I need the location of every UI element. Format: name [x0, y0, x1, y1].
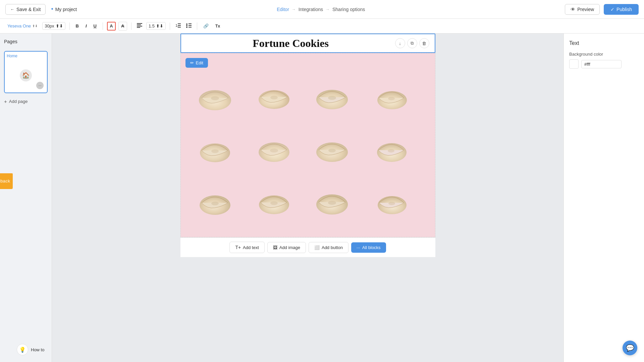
svg-point-29: [388, 149, 394, 153]
add-image-label: Add image: [279, 245, 300, 250]
page-more-button[interactable]: ···: [36, 82, 44, 89]
text-color2-button[interactable]: A: [118, 22, 127, 31]
how-to-area[interactable]: 💡 How to: [17, 344, 44, 355]
underline-button[interactable]: U: [92, 22, 99, 30]
add-image-button[interactable]: 🖼 Add image: [267, 242, 306, 253]
cookie-cell-8: [366, 122, 425, 175]
color-swatch[interactable]: [569, 59, 579, 69]
nav-center: Editor → Integrations → Sharing options: [82, 7, 559, 12]
text-color-button[interactable]: A: [107, 22, 116, 31]
fortune-cookie-7: [315, 132, 359, 165]
align-icon: [137, 23, 142, 28]
svg-rect-11: [189, 23, 192, 24]
add-text-label: Add text: [243, 245, 259, 250]
line-height-label: 1.5: [149, 23, 155, 28]
check-icon: ✓: [610, 7, 614, 12]
svg-point-9: [186, 25, 187, 26]
all-blocks-button[interactable]: ··· All blocks: [351, 242, 386, 253]
lh-arrows-icon: ⬆⬇: [156, 23, 163, 28]
add-text-button[interactable]: T+ Add text: [229, 242, 264, 253]
chat-icon: 💬: [626, 344, 634, 352]
svg-rect-5: [178, 23, 181, 24]
title-block[interactable]: Fortune Cookies ↓ ⧉ 🗑: [180, 34, 435, 53]
sharing-link[interactable]: Sharing options: [332, 7, 365, 12]
fortune-cookie-1: [198, 79, 242, 113]
panel-title: Text: [569, 40, 639, 46]
cookie-cell-9: [191, 175, 250, 227]
chat-bubble-button[interactable]: 💬: [623, 341, 637, 355]
dots-icon: ···: [357, 245, 360, 250]
move-down-button[interactable]: ↓: [395, 38, 405, 48]
svg-rect-3: [137, 27, 140, 28]
home-page-thumb[interactable]: Home 🏠 ···: [4, 51, 48, 93]
svg-rect-0: [137, 23, 142, 24]
align-button[interactable]: [136, 22, 144, 30]
fortune-cookie-4: [374, 79, 417, 113]
preview-button[interactable]: 👁 Preview: [565, 4, 600, 15]
cookie-cell-6: [249, 122, 308, 175]
svg-point-33: [270, 201, 278, 205]
svg-point-23: [211, 149, 219, 153]
unordered-list-button[interactable]: [185, 22, 193, 30]
svg-rect-7: [178, 27, 181, 27]
editor-link[interactable]: Editor: [277, 7, 289, 12]
page-title[interactable]: Fortune Cookies: [186, 37, 395, 50]
image-icon: 🖼: [273, 245, 277, 250]
title-actions: ↓ ⧉ 🗑: [395, 38, 429, 48]
svg-point-25: [270, 148, 278, 153]
svg-point-17: [270, 96, 278, 100]
save-exit-button[interactable]: ← Save & Exit: [5, 4, 46, 15]
home-label: Home: [7, 54, 45, 58]
text-color-label: A: [110, 23, 113, 28]
font-size-select[interactable]: 30px ⬆⬇: [42, 22, 65, 30]
svg-point-10: [186, 27, 187, 28]
more-format-button[interactable]: Tx: [213, 22, 222, 30]
how-to-label: How to: [31, 347, 44, 352]
sidebar: Pages Home 🏠 ··· + Add page: [0, 34, 52, 362]
feedback-tab[interactable]: Feedback: [0, 173, 13, 189]
add-button-label: Add button: [322, 245, 343, 250]
integrations-link[interactable]: Integrations: [299, 7, 323, 12]
preview-label: Preview: [577, 7, 594, 12]
cookie-cell-2: [249, 70, 308, 122]
link-button[interactable]: 🔗: [201, 22, 211, 30]
delete-button[interactable]: 🗑: [419, 38, 429, 48]
add-button-button[interactable]: ⬜ Add button: [309, 242, 348, 253]
cookie-cell-5: [191, 122, 250, 175]
fortune-cookie-5: [198, 132, 242, 165]
unordered-list-icon: [186, 23, 192, 28]
line-height-select[interactable]: 1.5 ⬆⬇: [146, 22, 166, 30]
publish-button[interactable]: ✓ Publish: [604, 4, 639, 15]
duplicate-button[interactable]: ⧉: [407, 38, 417, 48]
cookie-cell-7: [308, 122, 367, 175]
bg-color-label: Background color: [569, 52, 639, 57]
edit-image-button[interactable]: ✏ Edit: [185, 58, 208, 68]
canvas-wrapper: Fortune Cookies ↓ ⧉ 🗑 ✏ Edit: [180, 34, 435, 257]
project-name: • My project: [51, 6, 77, 13]
divider-2: [103, 22, 103, 30]
svg-point-19: [328, 96, 336, 100]
edit-label: Edit: [196, 60, 203, 65]
ordered-list-icon: 1.: [175, 23, 181, 28]
cookie-cell-1: [191, 70, 250, 122]
svg-point-35: [328, 201, 336, 205]
svg-point-21: [388, 97, 395, 100]
fortune-cookie-10: [257, 184, 300, 218]
nav-arrow-2: →: [326, 7, 330, 12]
canvas-area: Fortune Cookies ↓ ⧉ 🗑 ✏ Edit: [52, 34, 564, 362]
cookie-grid: [181, 53, 435, 237]
divider-1: [69, 22, 70, 30]
font-family-label: Yeseva One: [7, 23, 31, 28]
svg-rect-12: [189, 25, 192, 26]
bold-button[interactable]: B: [74, 22, 81, 30]
ordered-list-button[interactable]: 1.: [174, 22, 182, 30]
svg-rect-1: [137, 24, 141, 25]
add-page-button[interactable]: + Add page: [4, 97, 48, 106]
italic-button[interactable]: I: [84, 22, 89, 30]
font-family-select[interactable]: Yeseva One ⬆⬇: [5, 22, 40, 29]
fortune-cookie-11: [315, 184, 359, 218]
svg-point-15: [211, 96, 219, 100]
text-toolbar: Yeseva One ⬆⬇ 30px ⬆⬇ B I U A A 1.5 ⬆⬇ 1…: [0, 19, 644, 34]
color-input[interactable]: [581, 60, 622, 68]
fortune-cookie-12: [374, 184, 417, 218]
